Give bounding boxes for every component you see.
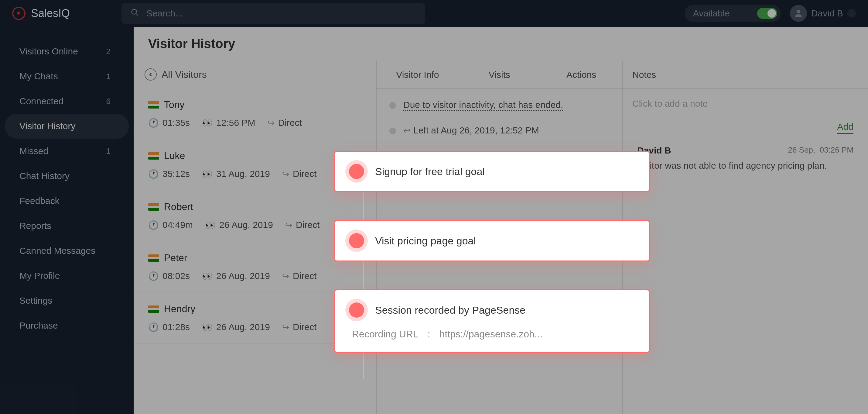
callout-session-recorded: Session recorded by PageSense Recording … [334, 289, 650, 353]
callout-title: Signup for free trial goal [375, 166, 485, 178]
callout-title: Session recorded by PageSense [375, 304, 525, 316]
callout-dot-icon [349, 164, 364, 179]
recording-url-label: Recording URL [352, 329, 418, 340]
callout-pricing-goal: Visit pricing page goal [334, 220, 650, 261]
recording-url[interactable]: https://pagesense.zoh... [439, 329, 543, 340]
callout-dot-icon [349, 302, 364, 318]
callout-dot-icon [349, 233, 364, 248]
callout-title: Visit pricing page goal [375, 235, 476, 247]
callout-signup-goal: Signup for free trial goal [334, 151, 650, 192]
colon: : [428, 329, 430, 340]
